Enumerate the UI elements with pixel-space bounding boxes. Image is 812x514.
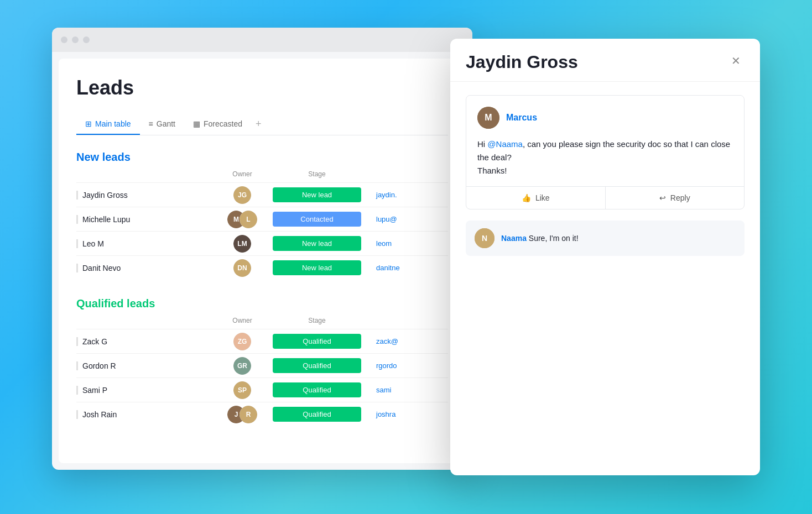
stage-badge[interactable]: New lead [273, 260, 361, 275]
like-label: Like [535, 193, 550, 202]
row-name-cell: Zack G [76, 337, 220, 346]
tab-gantt[interactable]: ≡ Gantt [140, 114, 184, 135]
table-row[interactable]: Zack G ZG Qualified zack@ [76, 329, 448, 353]
avatar: ZG [233, 333, 251, 350]
row-name-cell: Gordon R [76, 361, 220, 370]
row-email-cell: sami [369, 386, 448, 394]
lead-name: Jaydin Gross [82, 191, 128, 200]
avatar: L [240, 211, 257, 228]
avatar-group: M L [227, 211, 257, 228]
row-stage-cell[interactable]: Contacted [264, 212, 369, 227]
table-row[interactable]: Danit Nevo DN New lead danitne [76, 255, 448, 280]
row-name-cell: Leo M [76, 239, 220, 248]
traffic-light-green [83, 36, 90, 43]
row-name-cell: Josh Rain [76, 410, 220, 419]
lead-name: Sami P [82, 386, 107, 395]
page-title: Leads [76, 76, 448, 99]
tab-main-table[interactable]: ⊞ Main table [76, 114, 140, 135]
owner-col-header: Owner [220, 317, 264, 324]
row-owner-cell: LM [220, 235, 264, 253]
add-tab-button[interactable]: + [251, 113, 266, 135]
lead-name: Zack G [82, 337, 107, 346]
stage-badge[interactable]: Qualified [273, 334, 361, 349]
avatar-face: SP [233, 381, 251, 399]
stage-badge[interactable]: Qualified [273, 407, 361, 422]
table-row[interactable]: Josh Rain J R Qualified [76, 402, 448, 426]
stage-badge[interactable]: Contacted [273, 212, 361, 227]
commenter-avatar-face: M [477, 107, 499, 129]
tab-forecasted[interactable]: ▦ Forecasted [184, 114, 251, 135]
table-row[interactable]: Jaydin Gross JG New lead jaydin. [76, 182, 448, 207]
qualified-leads-headers: Owner Stage [76, 312, 448, 329]
dialog-panel: Jaydin Gross ✕ M Marcus Hi @Naama, can y… [450, 39, 760, 475]
row-owner-cell: JG [220, 186, 264, 204]
comment-actions: 👍 Like ↩ Reply [466, 186, 744, 209]
mention: @Naama [487, 139, 523, 149]
reply-message: Sure, I'm on it! [529, 234, 579, 243]
qualified-leads-title: Qualified leads [76, 297, 448, 310]
window-content: Leads ⊞ Main table ≡ Gantt ▦ Forecasted … [59, 59, 466, 463]
lead-name: Gordon R [82, 361, 116, 370]
avatar-face: R [240, 406, 257, 423]
reply-avatar-face: N [475, 228, 495, 248]
table-icon: ⊞ [85, 119, 92, 128]
reply-button[interactable]: ↩ Reply [606, 187, 745, 209]
stage-col-header: Stage [264, 317, 369, 324]
row-email-cell: danitne [369, 264, 448, 272]
table-row[interactable]: Gordon R GR Qualified rgordo [76, 353, 448, 377]
lead-name: Leo M [82, 239, 104, 248]
row-stage-cell[interactable]: Qualified [264, 334, 369, 349]
row-name-cell: Danit Nevo [76, 264, 220, 272]
avatar-face: GR [233, 357, 251, 375]
reply-text: Naama Sure, I'm on it! [501, 234, 579, 243]
row-stage-cell[interactable]: Qualified [264, 358, 369, 373]
table-row[interactable]: Leo M LM New lead leom [76, 231, 448, 255]
commenter-name: Marcus [506, 113, 537, 123]
lead-name: Michelle Lupu [82, 215, 130, 224]
close-button[interactable]: ✕ [727, 52, 745, 70]
stage-badge[interactable]: Qualified [273, 382, 361, 397]
row-email-cell: lupu@ [369, 215, 448, 223]
row-owner-cell: GR [220, 357, 264, 375]
table-row[interactable]: Sami P SP Qualified sami [76, 377, 448, 402]
comment-card: M Marcus Hi @Naama, can you please sign … [466, 95, 745, 209]
row-owner-cell: J R [220, 406, 264, 423]
row-email-cell: joshra [369, 410, 448, 418]
stage-badge[interactable]: New lead [273, 187, 361, 202]
avatar: DN [233, 259, 251, 277]
row-email-cell: rgordo [369, 361, 448, 370]
avatar-face: ZG [233, 333, 251, 350]
titlebar [52, 28, 472, 52]
stage-badge[interactable]: Qualified [273, 358, 361, 373]
row-owner-cell: SP [220, 381, 264, 399]
gantt-icon: ≡ [149, 119, 153, 128]
commenter-avatar: M [477, 107, 499, 129]
dialog-title: Jaydin Gross [466, 52, 578, 72]
stage-badge[interactable]: New lead [273, 236, 361, 251]
forecasted-icon: ▦ [193, 119, 200, 128]
traffic-light-red [61, 36, 67, 43]
traffic-light-yellow [72, 36, 79, 43]
like-button[interactable]: 👍 Like [466, 187, 606, 209]
row-stage-cell[interactable]: Qualified [264, 407, 369, 422]
row-stage-cell[interactable]: New lead [264, 236, 369, 251]
row-owner-cell: ZG [220, 333, 264, 350]
avatar-face: L [240, 211, 257, 228]
avatar-face: LM [233, 235, 251, 253]
table-row[interactable]: Michelle Lupu M L Contacte [76, 207, 448, 231]
row-stage-cell[interactable]: Qualified [264, 382, 369, 397]
app-window: Leads ⊞ Main table ≡ Gantt ▦ Forecasted … [52, 28, 472, 470]
stage-col-header: Stage [264, 170, 369, 178]
row-stage-cell[interactable]: New lead [264, 187, 369, 202]
row-name-cell: Michelle Lupu [76, 215, 220, 224]
reply-icon: ↩ [659, 193, 666, 202]
row-stage-cell[interactable]: New lead [264, 260, 369, 275]
tab-gantt-label: Gantt [157, 119, 175, 128]
reply-avatar: N [475, 228, 495, 248]
dialog-body: M Marcus Hi @Naama, can you please sign … [450, 82, 760, 269]
comment-text-part1: Hi [477, 139, 487, 149]
avatar-face: DN [233, 259, 251, 277]
avatar-group: J R [227, 406, 257, 423]
tab-forecasted-label: Forecasted [204, 119, 242, 128]
reply-row: N Naama Sure, I'm on it! [466, 221, 745, 256]
